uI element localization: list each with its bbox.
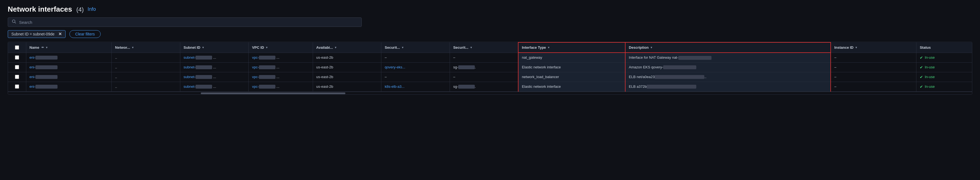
table-wrap: Name ✏ ▼ Networ... ▼ Subnet ID xyxy=(8,42,972,95)
vpc-sort-icon[interactable]: ▼ xyxy=(266,46,268,49)
row4-instance: – xyxy=(830,82,916,92)
filter-chip-close-button[interactable]: ✕ xyxy=(58,32,62,37)
row2-security2: sg- . xyxy=(450,62,518,72)
security1-sort-icon[interactable]: ▼ xyxy=(401,46,404,49)
row1-security1: – xyxy=(381,53,450,62)
page-header: Network interfaces (4) Info xyxy=(8,5,972,14)
interface-type-sort-icon[interactable]: ▼ xyxy=(547,46,550,49)
row4-description: ELB a372b xyxy=(625,82,830,92)
table-row: eni- .. subnet- ... vpc- ... us-east-2b … xyxy=(8,53,972,62)
row3-instance: – xyxy=(830,72,916,82)
name-edit-icon[interactable]: ✏ xyxy=(41,46,44,49)
row1-vpc: vpc- ... xyxy=(248,53,313,62)
row3-check xyxy=(8,72,26,82)
row2-check xyxy=(8,62,26,72)
scrollbar-thumb[interactable] xyxy=(201,93,345,94)
row2-description: Amazon EKS qovery- xyxy=(625,62,830,72)
row4-vpc: vpc- ... xyxy=(248,82,313,92)
row2-network: .. xyxy=(112,62,180,72)
row4-security1: k8s-elb-a3... xyxy=(381,82,450,92)
row4-check xyxy=(8,82,26,92)
row1-description: Interface for NAT Gateway nat- xyxy=(625,53,830,62)
row3-checkbox[interactable] xyxy=(15,75,19,79)
row2-instance: – xyxy=(830,62,916,72)
table-row: eni- .. subnet- ... vpc- ... us-east-2b … xyxy=(8,62,972,72)
instance-sort-icon[interactable]: ▼ xyxy=(855,46,858,49)
avail-sort-icon[interactable]: ▼ xyxy=(334,46,337,49)
row3-name: eni- xyxy=(26,72,112,82)
row3-vpc: vpc- ... xyxy=(248,72,313,82)
row2-vpc: vpc- ... xyxy=(248,62,313,72)
subnet-sort-icon[interactable]: ▼ xyxy=(202,46,204,49)
scrollbar[interactable] xyxy=(8,92,972,95)
row1-check xyxy=(8,53,26,62)
col-header-vpc: VPC ID ▼ xyxy=(248,42,313,53)
search-bar[interactable]: Search xyxy=(8,18,362,27)
row1-interface-type: nat_gateway xyxy=(518,53,625,62)
row1-name: eni- xyxy=(26,53,112,62)
row2-name: eni- xyxy=(26,62,112,72)
row2-security1: qovery-eks... xyxy=(381,62,450,72)
row1-network: .. xyxy=(112,53,180,62)
filter-row: Subnet ID = subnet-09de ✕ Clear filters xyxy=(8,30,972,38)
row1-subnet: subnet- ... xyxy=(180,53,248,62)
row1-avail: us-east-2b xyxy=(313,53,381,62)
row1-checkbox[interactable] xyxy=(15,55,19,59)
table-row: eni- .. subnet- ... vpc- ... us-east-2b … xyxy=(8,72,972,82)
row4-avail: us-east-2b xyxy=(313,82,381,92)
svg-line-1 xyxy=(15,22,16,24)
row1-security2: – xyxy=(450,53,518,62)
col-header-instance: Instance ID ▼ xyxy=(830,42,916,53)
row3-description: ELB net/a0ea23 .. xyxy=(625,72,830,82)
network-sort-icon[interactable]: ▼ xyxy=(131,46,134,49)
security2-sort-icon[interactable]: ▼ xyxy=(470,46,473,49)
row2-checkbox[interactable] xyxy=(15,65,19,69)
row3-avail: us-east-2b xyxy=(313,72,381,82)
col-header-security2: Securit... ▼ xyxy=(450,42,518,53)
row4-status: ✔In-use xyxy=(916,82,972,92)
row3-subnet: subnet- ... xyxy=(180,72,248,82)
row4-network: .. xyxy=(112,82,180,92)
col-header-security1: Securit... ▼ xyxy=(381,42,450,53)
row4-checkbox[interactable] xyxy=(15,84,19,88)
col-header-check xyxy=(8,42,26,53)
col-header-description: Description ▼ xyxy=(625,42,830,53)
row4-subnet: subnet- ... xyxy=(180,82,248,92)
clear-filters-button[interactable]: Clear filters xyxy=(69,30,101,38)
search-icon xyxy=(12,19,16,25)
row4-security2: sg- . xyxy=(450,82,518,92)
row2-status: ✔In-use xyxy=(916,62,972,72)
row3-interface-type: network_load_balancer xyxy=(518,72,625,82)
row4-name: eni- xyxy=(26,82,112,92)
row3-security1: – xyxy=(381,72,450,82)
select-all-checkbox[interactable] xyxy=(15,45,19,50)
filter-chip: Subnet ID = subnet-09de ✕ xyxy=(8,30,65,38)
info-link[interactable]: Info xyxy=(88,6,96,12)
col-header-name: Name ✏ ▼ xyxy=(26,42,112,53)
row2-subnet: subnet- ... xyxy=(180,62,248,72)
col-header-interface-type: Interface Type ▼ xyxy=(518,42,625,53)
row3-network: .. xyxy=(112,72,180,82)
col-header-avail: Availabi... ▼ xyxy=(313,42,381,53)
row1-status: ✔In-use xyxy=(916,53,972,62)
col-header-network: Networ... ▼ xyxy=(112,42,180,53)
network-interfaces-table: Name ✏ ▼ Networ... ▼ Subnet ID xyxy=(8,42,972,92)
page-title: Network interfaces (4) xyxy=(8,5,84,14)
search-placeholder: Search xyxy=(19,20,32,25)
col-header-subnet: Subnet ID ▼ xyxy=(180,42,248,53)
row3-security2: – xyxy=(450,72,518,82)
row3-status: ✔In-use xyxy=(916,72,972,82)
name-sort-icon[interactable]: ▼ xyxy=(45,46,48,49)
row2-avail: us-east-2b xyxy=(313,62,381,72)
row1-instance: – xyxy=(830,53,916,62)
filter-chip-text: Subnet ID = subnet-09de xyxy=(11,32,54,36)
description-sort-icon[interactable]: ▼ xyxy=(650,46,653,49)
table-row: eni- .. subnet- ... vpc- ... us-east-2b … xyxy=(8,82,972,92)
row2-interface-type: Elastic network interface xyxy=(518,62,625,72)
row4-interface-type: Elastic network interface xyxy=(518,82,625,92)
col-header-status: Status xyxy=(916,42,972,53)
